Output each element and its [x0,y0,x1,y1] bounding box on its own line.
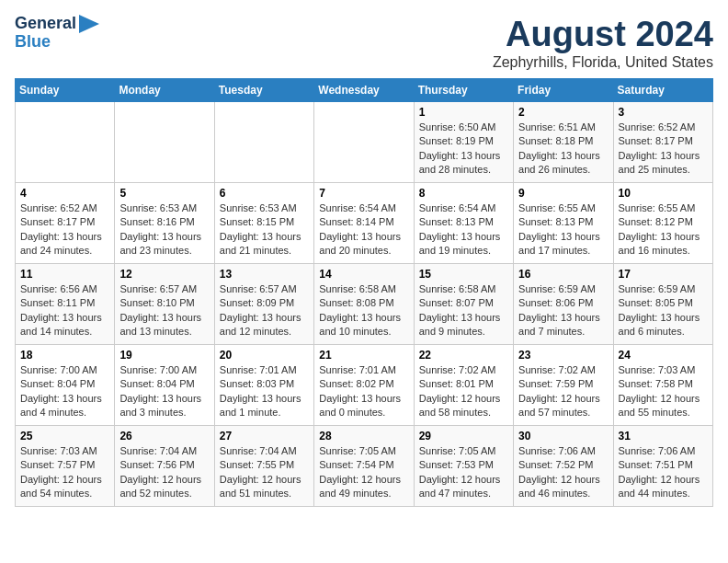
day-number: 1 [419,106,508,119]
day-info: Sunrise: 6:53 AM Sunset: 8:16 PM Dayligh… [119,201,209,259]
day-info: Sunrise: 6:53 AM Sunset: 8:15 PM Dayligh… [220,201,309,259]
calendar-cell: 26Sunrise: 7:04 AM Sunset: 7:56 PM Dayli… [115,426,214,507]
calendar-cell: 16Sunrise: 6:59 AM Sunset: 8:06 PM Dayli… [514,264,613,345]
col-header-wednesday: Wednesday [314,79,414,102]
day-info: Sunrise: 7:00 AM Sunset: 8:04 PM Dayligh… [20,363,109,420]
calendar-week-row: 25Sunrise: 7:03 AM Sunset: 7:57 PM Dayli… [16,426,713,507]
day-info: Sunrise: 6:54 AM Sunset: 8:13 PM Dayligh… [419,201,508,259]
day-info: Sunrise: 7:04 AM Sunset: 7:55 PM Dayligh… [220,444,309,501]
day-info: Sunrise: 6:57 AM Sunset: 8:10 PM Dayligh… [119,282,209,339]
day-info: Sunrise: 6:58 AM Sunset: 8:07 PM Dayligh… [419,282,508,339]
day-number: 30 [518,430,608,442]
day-info: Sunrise: 6:56 AM Sunset: 8:11 PM Dayligh… [20,282,109,339]
day-info: Sunrise: 6:55 AM Sunset: 8:12 PM Dayligh… [619,201,708,259]
col-header-monday: Monday [115,79,214,102]
calendar-cell [16,102,115,183]
calendar-cell: 28Sunrise: 7:05 AM Sunset: 7:54 PM Dayli… [314,426,414,507]
logo-arrow-icon [79,15,99,33]
day-number: 16 [518,268,608,281]
day-number: 14 [319,268,408,281]
day-info: Sunrise: 6:52 AM Sunset: 8:17 PM Dayligh… [619,121,708,178]
day-number: 20 [220,349,309,362]
day-info: Sunrise: 6:58 AM Sunset: 8:08 PM Dayligh… [319,282,408,339]
page-subtitle: Zephyrhills, Florida, United States [493,54,713,71]
day-info: Sunrise: 6:50 AM Sunset: 8:19 PM Dayligh… [419,121,508,178]
calendar-week-row: 1Sunrise: 6:50 AM Sunset: 8:19 PM Daylig… [16,102,713,183]
day-number: 26 [119,430,209,442]
day-info: Sunrise: 7:01 AM Sunset: 8:02 PM Dayligh… [319,363,408,420]
day-info: Sunrise: 7:01 AM Sunset: 8:03 PM Dayligh… [220,363,309,420]
day-info: Sunrise: 7:02 AM Sunset: 7:59 PM Dayligh… [518,363,608,420]
calendar-week-row: 11Sunrise: 6:56 AM Sunset: 8:11 PM Dayli… [16,264,713,345]
day-info: Sunrise: 6:57 AM Sunset: 8:09 PM Dayligh… [220,282,309,339]
calendar-cell: 6Sunrise: 6:53 AM Sunset: 8:15 PM Daylig… [214,183,313,264]
calendar-week-row: 4Sunrise: 6:52 AM Sunset: 8:17 PM Daylig… [16,183,713,264]
day-number: 3 [619,106,708,119]
calendar-cell: 5Sunrise: 6:53 AM Sunset: 8:16 PM Daylig… [115,183,214,264]
calendar-cell: 25Sunrise: 7:03 AM Sunset: 7:57 PM Dayli… [16,426,115,507]
day-number: 22 [419,349,508,362]
day-info: Sunrise: 6:51 AM Sunset: 8:18 PM Dayligh… [518,121,608,178]
day-info: Sunrise: 7:06 AM Sunset: 7:52 PM Dayligh… [518,444,608,501]
calendar-cell: 8Sunrise: 6:54 AM Sunset: 8:13 PM Daylig… [414,183,513,264]
calendar-cell: 22Sunrise: 7:02 AM Sunset: 8:01 PM Dayli… [414,345,513,426]
day-number: 18 [20,349,109,362]
calendar-cell: 4Sunrise: 6:52 AM Sunset: 8:17 PM Daylig… [16,183,115,264]
calendar-cell: 10Sunrise: 6:55 AM Sunset: 8:12 PM Dayli… [613,183,712,264]
calendar-cell: 1Sunrise: 6:50 AM Sunset: 8:19 PM Daylig… [414,102,513,183]
col-header-sunday: Sunday [16,79,115,102]
day-number: 12 [119,268,209,281]
calendar-cell: 7Sunrise: 6:54 AM Sunset: 8:14 PM Daylig… [314,183,414,264]
calendar-cell: 29Sunrise: 7:05 AM Sunset: 7:53 PM Dayli… [414,426,513,507]
calendar-cell: 3Sunrise: 6:52 AM Sunset: 8:17 PM Daylig… [613,102,712,183]
day-info: Sunrise: 7:04 AM Sunset: 7:56 PM Dayligh… [119,444,209,501]
calendar-cell: 23Sunrise: 7:02 AM Sunset: 7:59 PM Dayli… [514,345,613,426]
calendar-cell: 30Sunrise: 7:06 AM Sunset: 7:52 PM Dayli… [514,426,613,507]
day-info: Sunrise: 6:54 AM Sunset: 8:14 PM Dayligh… [319,201,408,259]
day-number: 23 [518,349,608,362]
day-info: Sunrise: 6:59 AM Sunset: 8:05 PM Dayligh… [619,282,708,339]
col-header-saturday: Saturday [613,79,712,102]
calendar-cell: 17Sunrise: 6:59 AM Sunset: 8:05 PM Dayli… [613,264,712,345]
calendar-cell [115,102,214,183]
calendar-cell: 21Sunrise: 7:01 AM Sunset: 8:02 PM Dayli… [314,345,414,426]
svg-marker-0 [79,15,99,33]
day-number: 15 [419,268,508,281]
calendar-cell: 18Sunrise: 7:00 AM Sunset: 8:04 PM Dayli… [16,345,115,426]
calendar-cell: 31Sunrise: 7:06 AM Sunset: 7:51 PM Dayli… [613,426,712,507]
day-info: Sunrise: 7:05 AM Sunset: 7:53 PM Dayligh… [419,444,508,501]
day-number: 10 [619,187,708,200]
calendar-cell: 20Sunrise: 7:01 AM Sunset: 8:03 PM Dayli… [214,345,313,426]
calendar-body: 1Sunrise: 6:50 AM Sunset: 8:19 PM Daylig… [16,102,713,507]
calendar-cell: 13Sunrise: 6:57 AM Sunset: 8:09 PM Dayli… [214,264,313,345]
day-number: 31 [619,430,708,442]
day-number: 24 [619,349,708,362]
day-info: Sunrise: 7:02 AM Sunset: 8:01 PM Dayligh… [419,363,508,420]
col-header-thursday: Thursday [414,79,513,102]
calendar-table: SundayMondayTuesdayWednesdayThursdayFrid… [15,78,713,507]
calendar-cell: 27Sunrise: 7:04 AM Sunset: 7:55 PM Dayli… [214,426,313,507]
day-number: 21 [319,349,408,362]
day-info: Sunrise: 7:03 AM Sunset: 7:58 PM Dayligh… [619,363,708,420]
day-number: 5 [119,187,209,200]
day-number: 19 [119,349,209,362]
title-block: August 2024 Zephyrhills, Florida, United… [493,15,713,71]
calendar-cell: 24Sunrise: 7:03 AM Sunset: 7:58 PM Dayli… [613,345,712,426]
calendar-cell: 2Sunrise: 6:51 AM Sunset: 8:18 PM Daylig… [514,102,613,183]
calendar-cell [214,102,313,183]
day-number: 25 [20,430,109,442]
day-number: 11 [20,268,109,281]
day-number: 2 [518,106,608,119]
day-info: Sunrise: 7:05 AM Sunset: 7:54 PM Dayligh… [319,444,408,501]
calendar-header-row: SundayMondayTuesdayWednesdayThursdayFrid… [16,79,713,102]
day-number: 9 [518,187,608,200]
day-info: Sunrise: 7:06 AM Sunset: 7:51 PM Dayligh… [619,444,708,501]
day-number: 29 [419,430,508,442]
logo-text-block: General Blue [15,15,99,52]
day-number: 4 [20,187,109,200]
day-number: 6 [220,187,309,200]
day-info: Sunrise: 7:03 AM Sunset: 7:57 PM Dayligh… [20,444,109,501]
calendar-cell [314,102,414,183]
col-header-friday: Friday [514,79,613,102]
calendar-cell: 14Sunrise: 6:58 AM Sunset: 8:08 PM Dayli… [314,264,414,345]
